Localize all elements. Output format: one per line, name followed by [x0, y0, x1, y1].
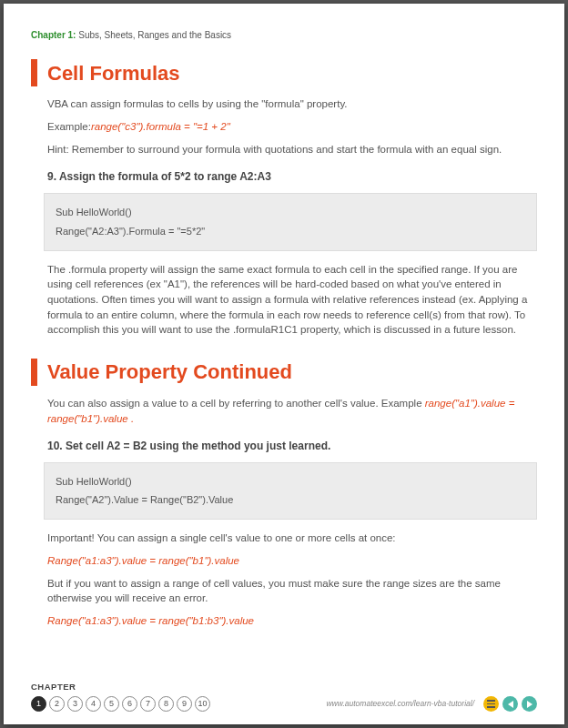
page-dot-9[interactable]: 9	[177, 696, 192, 712]
page-dot-7[interactable]: 7	[140, 696, 156, 712]
section-cell-formulas: Cell Formulas VBA can assign formulas to…	[47, 59, 537, 338]
inline-code: Range("a1:a3").value = range("b1:b3").va…	[47, 613, 537, 629]
menu-button[interactable]	[483, 696, 499, 712]
page-dot-10[interactable]: 10	[195, 696, 210, 712]
exercise-prompt: 10. Set cell A2 = B2 using the method yo…	[47, 439, 537, 454]
page-dot-8[interactable]: 8	[158, 696, 174, 712]
chapter-nav-label: CHAPTER	[31, 681, 537, 693]
page-dot-3[interactable]: 3	[67, 696, 83, 712]
chapter-number: Chapter 1:	[31, 30, 76, 40]
paragraph: But if you want to assign a range of cel…	[47, 576, 537, 606]
chapter-title: Subs, Sheets, Ranges and the Basics	[78, 30, 231, 40]
heading-accent-bar	[31, 59, 37, 86]
section-heading: Cell Formulas	[47, 59, 179, 88]
page-dot-5[interactable]: 5	[104, 696, 119, 712]
paragraph: You can also assign a value to a cell by…	[47, 396, 537, 426]
paragraph: Important! You can assign a single cell'…	[47, 531, 537, 546]
code-line: Range("A2").Value = Range("B2").Value	[56, 490, 525, 510]
code-block: Sub HelloWorld() Range("A2:A3").Formula …	[44, 193, 537, 251]
page-footer: CHAPTER 1 2 3 4 5 6 7 8 9 10 www.automat…	[31, 681, 537, 712]
page-dot-1[interactable]: 1	[31, 696, 46, 712]
chapter-header: Chapter 1: Subs, Sheets, Ranges and the …	[31, 29, 537, 43]
prev-button[interactable]	[502, 696, 518, 712]
page-dot-2[interactable]: 2	[49, 696, 65, 712]
chevron-right-icon	[527, 701, 532, 708]
paragraph: Hint: Remember to surround your formula …	[47, 142, 537, 157]
inline-code: Range("a1:a3").value = range("b1").value	[47, 553, 537, 569]
section-heading-row: Value Property Continued	[31, 358, 537, 387]
code-line: Sub HelloWorld()	[56, 472, 525, 491]
section-value-property: Value Property Continued You can also as…	[47, 358, 537, 629]
section-heading: Value Property Continued	[47, 358, 292, 387]
page: Chapter 1: Subs, Sheets, Ranges and the …	[4, 4, 564, 724]
footer-right-controls: www.automateexcel.com/learn-vba-tutorial…	[326, 696, 537, 712]
paragraph: Example:range("c3").formula = "=1 + 2"	[47, 119, 537, 135]
example-label: Example:	[47, 121, 91, 132]
code-line: Range("A2:A3").Formula = "=5*2"	[56, 222, 525, 241]
text: You can also assign a value to a cell by…	[47, 398, 425, 409]
page-dots: 1 2 3 4 5 6 7 8 9 10	[31, 696, 210, 712]
page-dot-4[interactable]: 4	[86, 696, 101, 712]
chevron-left-icon	[508, 701, 513, 708]
heading-accent-bar	[31, 359, 37, 386]
page-dot-6[interactable]: 6	[122, 696, 137, 712]
code-line: Sub HelloWorld()	[56, 203, 525, 222]
footer-nav-row: 1 2 3 4 5 6 7 8 9 10 www.automateexcel.c…	[31, 696, 537, 712]
section-heading-row: Cell Formulas	[31, 59, 537, 88]
inline-code: range("c3").formula = "=1 + 2"	[91, 121, 230, 132]
next-button[interactable]	[522, 696, 537, 712]
source-url: www.automateexcel.com/learn-vba-tutorial…	[326, 698, 474, 709]
code-block: Sub HelloWorld() Range("A2").Value = Ran…	[44, 462, 537, 521]
paragraph: VBA can assign formulas to cells by usin…	[47, 96, 537, 112]
exercise-prompt: 9. Assign the formula of 5*2 to range A2…	[47, 169, 537, 185]
menu-icon	[487, 700, 495, 708]
paragraph: The .formula property will assign the sa…	[47, 262, 537, 338]
